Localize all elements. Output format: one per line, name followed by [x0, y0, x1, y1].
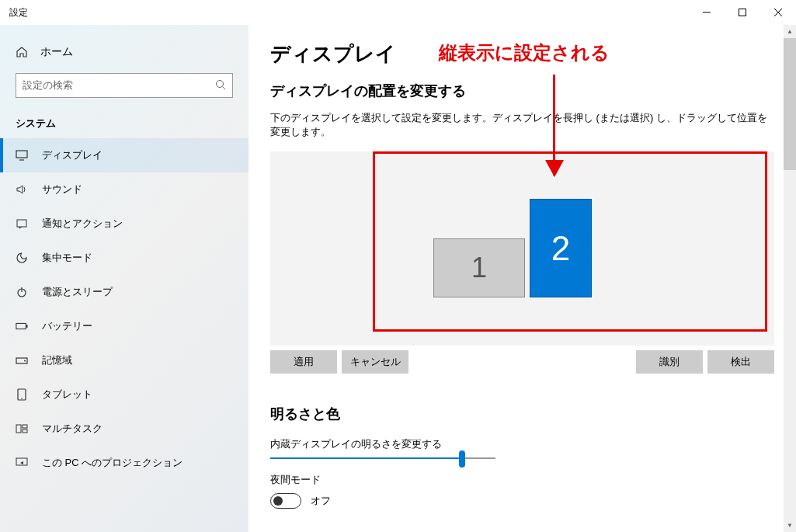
svg-point-4 [217, 80, 224, 87]
nav-label: タブレット [42, 388, 92, 402]
identify-button[interactable]: 識別 [636, 350, 703, 374]
minimize-button[interactable] [689, 0, 725, 25]
svg-rect-20 [16, 458, 27, 465]
svg-point-14 [24, 360, 26, 362]
nav-tablet[interactable]: タブレット [0, 377, 249, 412]
svg-line-5 [223, 86, 226, 89]
night-mode-row: オフ [270, 493, 774, 509]
scroll-up-icon[interactable]: ▲ [784, 25, 796, 38]
monitor-1[interactable]: 1 [433, 238, 525, 297]
window-controls [689, 0, 796, 25]
scrollbar-thumb[interactable] [784, 38, 796, 170]
nav-label: マルチタスク [42, 422, 103, 436]
focus-icon [16, 252, 28, 264]
cancel-button[interactable]: キャンセル [342, 350, 408, 374]
nav-display[interactable]: ディスプレイ [0, 138, 249, 172]
nav-label: 通知とアクション [42, 217, 123, 231]
slider-thumb[interactable] [459, 450, 465, 468]
monitor-2[interactable]: 2 [530, 199, 592, 297]
nav-notifications[interactable]: 通知とアクション [0, 207, 249, 241]
brightness-label: 内蔵ディスプレイの明るさを変更する [270, 437, 774, 451]
storage-icon [16, 356, 28, 365]
close-button[interactable] [760, 0, 796, 25]
nav-group-title: システム [0, 109, 249, 138]
search-icon [215, 79, 226, 92]
annotation-arrow [553, 75, 555, 176]
nav-label: ディスプレイ [42, 148, 103, 162]
nav-focus[interactable]: 集中モード [0, 241, 249, 275]
home-label: ホーム [40, 45, 73, 59]
sidebar: ホーム 設定の検索 システム ディスプレイ サウンド 通知とアクション 集中モー… [0, 25, 249, 532]
nav-label: サウンド [42, 183, 82, 196]
annotation-text: 縦表示に設定される [439, 40, 610, 65]
svg-rect-18 [23, 425, 27, 428]
window-title: 設定 [9, 6, 28, 19]
svg-rect-8 [17, 220, 26, 227]
nav-sound[interactable]: サウンド [0, 172, 249, 207]
arrange-desc: 下のディスプレイを選択して設定を変更します。ディスプレイを長押し (または選択)… [270, 111, 774, 139]
nav-label: 集中モード [42, 251, 92, 265]
svg-rect-1 [739, 9, 746, 16]
nav-label: 記憶域 [42, 353, 72, 367]
apply-button[interactable]: 適用 [270, 350, 337, 374]
detect-button[interactable]: 検出 [707, 350, 774, 374]
home-link[interactable]: ホーム [0, 37, 249, 67]
sound-icon [16, 184, 28, 195]
svg-rect-6 [16, 151, 27, 158]
brightness-slider[interactable] [270, 457, 495, 459]
brightness-title: 明るさと色 [270, 405, 774, 423]
svg-rect-19 [23, 429, 27, 433]
arrange-button-row: 適用 キャンセル 識別 検出 [270, 350, 774, 374]
nav-label: この PC へのプロジェクション [42, 456, 182, 470]
slider-fill [270, 457, 462, 459]
tablet-icon [16, 388, 28, 401]
scroll-down-icon[interactable]: ▼ [784, 519, 796, 532]
battery-icon [16, 322, 28, 330]
night-mode-toggle[interactable] [270, 493, 301, 509]
multitask-icon [16, 424, 28, 433]
projection-icon [16, 457, 28, 468]
scrollbar[interactable]: ▲ ▼ [784, 25, 796, 532]
display-arrangement-area[interactable]: 1 2 [270, 151, 774, 346]
svg-rect-12 [26, 325, 28, 328]
nav-battery[interactable]: バッテリー [0, 309, 249, 343]
svg-point-16 [21, 398, 23, 399]
night-mode-state: オフ [311, 494, 331, 508]
display-icon [16, 150, 28, 161]
search-placeholder: 設定の検索 [23, 78, 73, 92]
nav-projection[interactable]: この PC へのプロジェクション [0, 446, 249, 480]
nav-storage[interactable]: 記憶域 [0, 343, 249, 377]
svg-rect-11 [16, 323, 26, 329]
search-input[interactable]: 設定の検索 [16, 73, 233, 98]
arrange-title: ディスプレイの配置を変更する [270, 82, 774, 100]
titlebar: 設定 [0, 0, 796, 25]
content-area: ディスプレイ ディスプレイの配置を変更する 下のディスプレイを選択して設定を変更… [249, 25, 796, 532]
nav-multitask[interactable]: マルチタスク [0, 412, 249, 446]
nav-label: 電源とスリープ [42, 285, 113, 299]
notification-icon [16, 218, 28, 229]
toggle-knob [273, 496, 283, 506]
nav-label: バッテリー [42, 319, 92, 333]
nav-power[interactable]: 電源とスリープ [0, 275, 249, 309]
power-icon [16, 286, 28, 298]
night-mode-label: 夜間モード [270, 473, 774, 487]
home-icon [16, 46, 28, 58]
svg-rect-17 [16, 425, 21, 433]
maximize-button[interactable] [725, 0, 760, 25]
